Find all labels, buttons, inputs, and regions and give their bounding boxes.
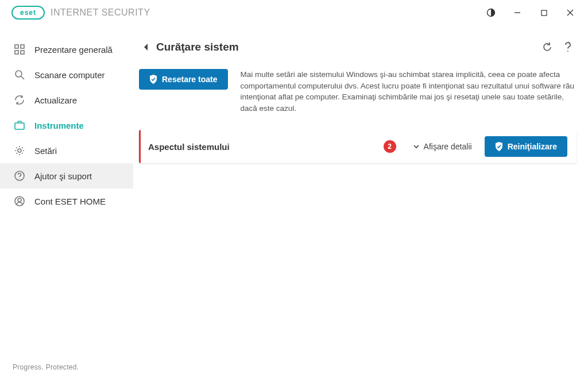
refresh-icon <box>14 94 25 106</box>
reinitialize-button[interactable]: Reiniţializare <box>485 136 567 157</box>
svg-point-16 <box>18 198 21 202</box>
sidebar-item-settings[interactable]: Setări <box>0 138 133 163</box>
system-appearance-card: Aspectul sistemului 2 Afişare detalii Re… <box>139 130 577 163</box>
window-controls <box>478 0 583 25</box>
sidebar-item-help[interactable]: Ajutor şi suport <box>0 163 133 188</box>
sidebar: Prezentare generală Scanare computer Act… <box>0 25 133 385</box>
page-header: Curăţare sistem <box>139 36 577 59</box>
sidebar-item-scan[interactable]: Scanare computer <box>0 62 133 87</box>
reset-all-button[interactable]: Resetare toate <box>139 69 228 90</box>
user-icon <box>14 195 25 207</box>
svg-point-9 <box>16 71 22 77</box>
dashboard-icon <box>14 44 25 55</box>
sidebar-item-label: Actualizare <box>34 95 77 105</box>
sidebar-item-tools[interactable]: Instrumente <box>0 113 133 138</box>
svg-point-12 <box>18 149 21 152</box>
sidebar-item-label: Setări <box>34 146 57 156</box>
svg-marker-17 <box>144 44 148 51</box>
svg-line-10 <box>21 76 24 79</box>
back-button[interactable] <box>139 40 153 54</box>
reset-all-label: Resetare toate <box>162 75 218 84</box>
show-details-toggle[interactable]: Afişare detalii <box>412 142 472 151</box>
svg-rect-7 <box>15 51 18 54</box>
svg-rect-8 <box>21 51 24 54</box>
shield-icon <box>149 75 157 84</box>
sidebar-footer: Progress. Protected. <box>0 363 133 385</box>
sidebar-item-label: Ajutor şi suport <box>34 171 92 181</box>
reinitialize-label: Reiniţializare <box>508 142 557 151</box>
main-content: Curăţare sistem Resetare toate Mai multe… <box>133 25 588 385</box>
brand-text: eset <box>20 9 36 17</box>
svg-rect-11 <box>15 123 24 129</box>
reload-icon[interactable] <box>539 38 556 56</box>
svg-rect-5 <box>15 45 18 48</box>
chevron-down-icon <box>412 143 420 151</box>
gear-icon <box>14 145 25 156</box>
sidebar-item-overview[interactable]: Prezentare generală <box>0 37 133 62</box>
help-page-icon[interactable] <box>559 38 577 56</box>
svg-rect-6 <box>21 45 24 48</box>
intro-text: Mai multe setări ale sistemului Windows … <box>241 69 577 114</box>
contrast-icon[interactable] <box>478 0 504 25</box>
sidebar-item-account[interactable]: Cont ESET HOME <box>0 188 133 214</box>
shield-icon <box>495 142 503 151</box>
sidebar-item-label: Instrumente <box>34 121 84 130</box>
svg-rect-2 <box>541 10 547 16</box>
search-icon <box>14 69 25 80</box>
sidebar-item-label: Scanare computer <box>34 70 105 80</box>
page-title: Curăţare sistem <box>156 41 239 53</box>
card-title: Aspectul sistemului <box>148 142 230 152</box>
issue-count-badge: 2 <box>384 140 396 153</box>
sidebar-item-update[interactable]: Actualizare <box>0 87 133 113</box>
svg-point-18 <box>567 51 568 52</box>
close-button[interactable] <box>557 0 583 25</box>
minimize-button[interactable] <box>504 0 531 25</box>
titlebar: eset INTERNET SECURITY <box>0 0 588 25</box>
svg-point-13 <box>15 171 24 180</box>
svg-point-14 <box>19 178 20 179</box>
product-name: INTERNET SECURITY <box>51 7 150 18</box>
sidebar-item-label: Cont ESET HOME <box>34 197 106 206</box>
briefcase-icon <box>14 120 25 131</box>
sidebar-item-label: Prezentare generală <box>34 45 113 55</box>
maximize-button[interactable] <box>531 0 557 25</box>
details-label: Afişare detalii <box>424 142 472 151</box>
brand-logo: eset <box>11 6 45 20</box>
intro-row: Resetare toate Mai multe setări ale sist… <box>139 69 577 114</box>
help-icon <box>14 170 25 182</box>
